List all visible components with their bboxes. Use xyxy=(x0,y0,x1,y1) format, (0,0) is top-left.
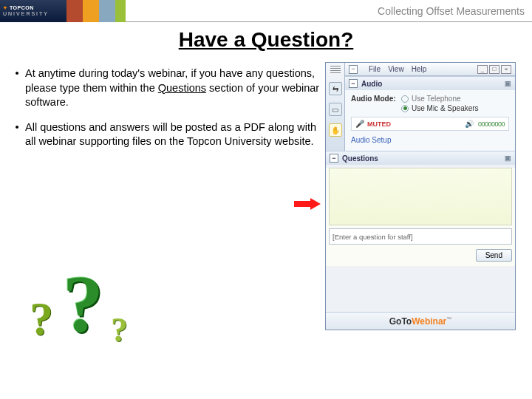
maximize-button[interactable]: □ xyxy=(489,65,499,74)
undock-icon[interactable]: ▣ xyxy=(505,154,511,162)
question-input[interactable] xyxy=(329,228,512,245)
panel-dock: ⇆ ▭ ✋ xyxy=(326,63,345,151)
logo-area: ✦ TOPCON UNIVERSITY xyxy=(0,0,126,22)
radio-mic-speakers[interactable] xyxy=(401,105,409,112)
mute-status-bar: 🎤 MUTED 🔊 00000000 xyxy=(351,117,509,131)
question-mark-icon: ? xyxy=(111,310,128,349)
questions-title: Questions xyxy=(342,154,378,163)
muted-label: MUTED xyxy=(367,120,391,128)
question-marks-graphic: ? ? ? xyxy=(22,251,148,377)
brand-logo: ✦ TOPCON UNIVERSITY xyxy=(0,0,66,22)
logo-sub-text: UNIVERSITY xyxy=(3,11,66,16)
bullet-item: • At anytime during today's webinar, if … xyxy=(9,66,321,110)
bullet-underline: Questions xyxy=(158,82,206,94)
slide-title: Have a Question? xyxy=(0,28,532,52)
microphone-icon: 🎤 xyxy=(355,120,364,128)
collapse-toggle[interactable]: − xyxy=(330,154,338,163)
raise-hand-icon[interactable]: ✋ xyxy=(329,123,342,137)
question-mark-icon: ? xyxy=(63,257,103,351)
gotowebinar-panel: ⇆ ▭ ✋ − File View Help _ □ xyxy=(325,62,516,330)
audio-mode-label: Audio Mode: xyxy=(351,95,401,103)
grip-icon[interactable] xyxy=(330,66,341,75)
trademark-icon: ™ xyxy=(446,316,451,321)
expand-arrows-icon[interactable]: ⇆ xyxy=(329,82,342,95)
panel-footer-brand: GoToWebinar™ xyxy=(326,312,515,330)
menu-help[interactable]: Help xyxy=(412,65,427,73)
send-button[interactable]: Send xyxy=(476,249,512,262)
questions-section: − Questions ▣ Send xyxy=(326,151,515,266)
menu-view[interactable]: View xyxy=(388,65,404,73)
footer-webinar: Webinar xyxy=(412,316,446,327)
webinar-panel-column: ⇆ ▭ ✋ − File View Help _ □ xyxy=(325,61,525,330)
questions-log xyxy=(329,168,512,225)
radio-telephone[interactable] xyxy=(401,95,409,103)
menu-file[interactable]: File xyxy=(369,65,381,73)
bullet-text: All questions and answers will be posted… xyxy=(25,121,316,148)
undock-icon[interactable]: ▣ xyxy=(505,80,511,87)
footer-goto: GoTo xyxy=(389,316,412,327)
panel-menu-bar: − File View Help _ □ × xyxy=(345,63,515,76)
audio-setup-link[interactable]: Audio Setup xyxy=(351,135,509,145)
collapse-toggle[interactable]: − xyxy=(349,79,358,88)
audio-section: − Audio ▣ Audio Mode: Use Telephone xyxy=(345,76,515,151)
decor-tabs xyxy=(66,0,126,22)
speaker-icon: 🔊 xyxy=(465,120,474,128)
minimize-button[interactable]: _ xyxy=(477,65,488,74)
opt-mic-speakers[interactable]: Use Mic & Speakers xyxy=(412,104,479,112)
question-mark-icon: ? xyxy=(30,292,53,347)
level-meter: 00000000 xyxy=(478,120,505,128)
slide-header: ✦ TOPCON UNIVERSITY Collecting Offset Me… xyxy=(0,0,532,22)
bullet-item: • All questions and answers will be post… xyxy=(9,120,321,149)
logo-brand-text: TOPCON xyxy=(10,5,34,10)
monitor-icon[interactable]: ▭ xyxy=(329,103,342,116)
callout-arrow-icon xyxy=(294,198,322,210)
header-subtitle: Collecting Offset Measurements xyxy=(126,5,532,17)
panel-empty-area xyxy=(326,266,515,312)
close-button[interactable]: × xyxy=(501,65,511,74)
audio-title: Audio xyxy=(361,80,382,88)
collapse-toggle[interactable]: − xyxy=(349,65,358,74)
opt-telephone[interactable]: Use Telephone xyxy=(412,95,461,103)
